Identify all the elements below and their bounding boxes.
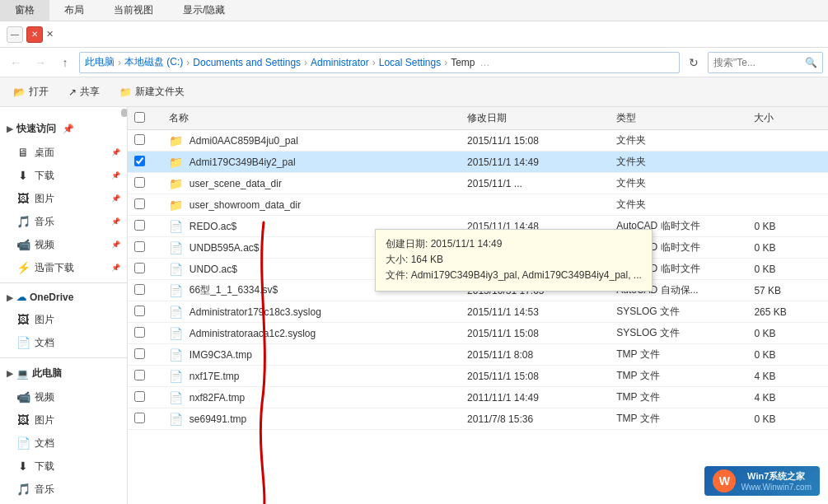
back-button[interactable]: ← [5,52,26,73]
file-size: 0 KB [747,323,828,344]
breadcrumb-local[interactable]: Local Settings [379,57,441,68]
menu-pane[interactable]: 窗格 [0,0,49,21]
tooltip-size: 大小: 164 KB [386,252,642,268]
file-name-cell[interactable]: 📄 se69491.tmp [162,408,461,430]
search-icon[interactable]: 🔍 [805,57,817,68]
sidebar-item-od-docs[interactable]: 📄 文档 [0,331,127,354]
menu-view[interactable]: 当前视图 [99,0,168,21]
table-row: 📁 Admi0AAC859B4ju0_pal 2015/11/1 15:08 文… [128,130,828,152]
file-name-cell[interactable]: 📁 user_showroom_data_dir [162,194,461,216]
row-checkbox[interactable] [134,241,145,252]
sidebar-section-title-pc[interactable]: ▶ 💻 此电脑 [0,362,127,385]
file-date: 2015/11/1 8:08 [461,344,610,366]
menu-show-hide[interactable]: 显示/隐藏 [168,0,240,21]
file-name-cell[interactable]: 📁 Admi0AAC859B4ju0_pal [162,130,461,152]
sidebar-item-pc-pics[interactable]: 🖼 图片 [0,408,127,432]
sidebar-item-videos[interactable]: 📹 视频 📌 [0,233,127,256]
row-checkbox-cell [128,323,162,344]
sidebar-item-pc-desktop[interactable]: 🖥 桌面 [0,501,127,504]
file-size [747,194,828,216]
file-name-cell[interactable]: 📄 nxf82FA.tmp [162,387,461,408]
sidebar-item-od-pics[interactable]: 🖼 图片 [0,308,127,331]
row-checkbox-cell [128,173,162,194]
toolbar-btn-newdir[interactable]: 📁 新建文件夹 [113,82,191,101]
toolbar: 📂 打开 ↗ 共享 📁 新建文件夹 [0,77,828,107]
sidebar-item-desktop[interactable]: 🖥 桌面 📌 [0,141,127,164]
file-name-cell[interactable]: 📁 user_scene_data_dir [162,173,461,194]
minimize-button[interactable]: — [7,26,23,43]
file-icon: 📄 [169,370,183,383]
sidebar-item-xunlei[interactable]: ⚡ 迅雷下载 📌 [0,256,127,279]
row-checkbox[interactable] [134,198,145,209]
sidebar-section-title-onedrive[interactable]: ▶ ☁ OneDrive [0,287,127,308]
select-all-checkbox[interactable] [134,112,145,123]
file-type: TMP 文件 [610,387,747,408]
file-date [461,194,610,216]
pc-label: 此电脑 [32,366,62,380]
row-checkbox[interactable] [134,263,145,273]
row-checkbox-cell [128,237,162,259]
pc-arrow: ▶ [7,369,13,378]
sidebar-section-quick: ▶ 快速访问 📌 🖥 桌面 📌 ⬇ 下载 📌 🖼 图片 📌 🎵 音 [0,117,127,279]
divider-2 [0,357,127,358]
refresh-button[interactable]: ↻ [683,52,704,73]
sidebar-item-pc-video[interactable]: 📹 视频 [0,385,127,408]
pin-button[interactable]: ✕ [46,29,54,40]
nav-bar: ← → ↑ 此电脑 › 本地磁盘 (C:) › Documents and Se… [0,48,828,77]
row-checkbox[interactable] [134,413,145,423]
onedrive-label: OneDrive [30,292,73,303]
sidebar-item-downloads[interactable]: ⬇ 下载 📌 [0,164,127,187]
search-input[interactable] [713,57,802,68]
file-name-cell[interactable]: 📁 Admi179C349B4iy2_pal [162,152,461,173]
sidebar-section-title-quick[interactable]: ▶ 快速访问 📌 [0,117,127,141]
file-icon: 📄 [169,348,183,362]
sidebar-item-pc-docs[interactable]: 📄 文档 [0,432,127,455]
pin-dl-icon: 📌 [111,171,120,180]
file-name-cell[interactable]: 📄 Administratoraaca1c2.syslog [162,323,461,344]
breadcrumb-pc[interactable]: 此电脑 [85,55,115,69]
row-checkbox[interactable] [134,134,145,145]
desktop-icon: 🖥 [16,146,30,159]
col-size-header[interactable]: 大小 [747,107,828,130]
sidebar-item-pc-music[interactable]: 🎵 音乐 [0,478,127,501]
row-checkbox-cell [128,280,162,301]
row-checkbox[interactable] [134,306,145,316]
up-button[interactable]: ↑ [54,52,76,73]
file-icon: 📁 [169,134,183,147]
close-button[interactable]: ✕ [26,26,43,43]
toolbar-btn-share[interactable]: ↗ 共享 [62,82,106,101]
file-name-cell[interactable]: 📄 nxf17E.tmp [162,366,461,387]
forward-button[interactable]: → [30,52,51,73]
col-type-header[interactable]: 类型 [610,107,747,130]
row-checkbox[interactable] [134,327,145,338]
od-pics-icon: 🖼 [16,313,30,326]
pin-small-icon: 📌 [111,148,120,156]
quick-access-label: 快速访问 [16,122,56,136]
file-date: 2015/11/1 15:08 [461,366,610,387]
file-name-cell[interactable]: 📄 Administrator179c18c3.syslog [162,301,461,323]
file-date: 2015/11/1 15:08 [461,323,610,344]
sidebar-item-music[interactable]: 🎵 音乐 📌 [0,210,127,233]
breadcrumb-admin[interactable]: Administrator [311,57,369,68]
col-name-header[interactable]: 名称 [162,107,461,130]
file-type: 文件夹 [610,130,747,152]
row-checkbox[interactable] [134,391,145,402]
row-checkbox[interactable] [134,220,145,231]
breadcrumb-docs[interactable]: Documents and Settings [193,57,301,68]
file-icon: 📄 [169,241,183,254]
row-checkbox[interactable] [134,156,145,166]
tooltip-create-date: 创建日期: 2015/11/1 14:49 [386,236,642,252]
row-checkbox[interactable] [134,284,145,295]
sidebar-item-pc-dl[interactable]: ⬇ 下载 [0,455,127,478]
sidebar-item-pictures[interactable]: 🖼 图片 📌 [0,187,127,210]
col-date-header[interactable]: 修改日期 [461,107,610,130]
menu-layout[interactable]: 布局 [49,0,99,21]
row-checkbox[interactable] [134,348,145,359]
breadcrumb-c[interactable]: 本地磁盘 (C:) [124,55,183,69]
row-checkbox[interactable] [134,177,145,188]
toolbar-btn-1[interactable]: 📂 打开 [7,82,55,101]
file-name-cell[interactable]: 📄 IMG9C3A.tmp [162,344,461,366]
row-checkbox[interactable] [134,370,145,380]
file-type: TMP 文件 [610,344,747,366]
file-date: 2011/7/8 15:36 [461,408,610,430]
